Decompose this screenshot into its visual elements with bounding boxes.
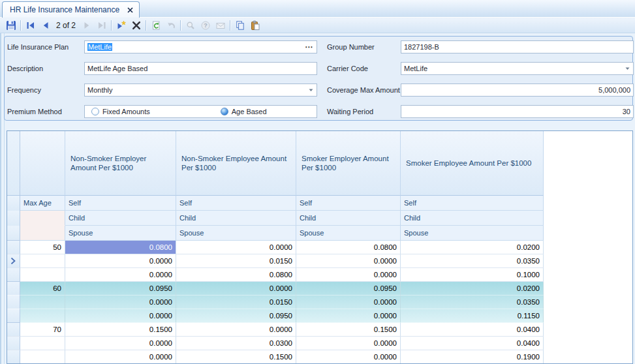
column-header[interactable]: Non-Smoker Employer Amount Per $1000 [65,131,176,196]
max-age-cell[interactable] [20,337,65,350]
grid-cell[interactable]: 0.1500 [65,323,176,337]
paste-button[interactable] [247,19,262,32]
carrier-code-value: MetLife [404,65,427,72]
last-record-icon [97,20,107,31]
grid-cell[interactable]: 0.0000 [296,268,401,282]
row-indicator-cell [7,268,20,282]
max-age-cell[interactable]: 70 [20,323,65,337]
grid-cell[interactable]: 0.0000 [65,309,176,323]
max-age-cell[interactable] [20,350,65,364]
grid-cell[interactable]: 0.0800 [65,241,176,254]
grid-cell[interactable]: 0.1900 [401,350,544,364]
max-age-cell[interactable] [20,296,65,309]
grid-cell[interactable]: 0.0000 [65,254,176,268]
grid-cell[interactable]: 0.0000 [296,350,401,364]
grid-corner-cell [7,131,20,196]
frequency-label: Frequency [7,85,41,95]
grid-cell[interactable]: 0.0000 [296,309,401,323]
grid-cell[interactable]: 0.0350 [401,296,544,309]
column-header[interactable]: Smoker Employer Amount Per $1000 [296,131,401,196]
max-age-blank-cell [20,226,65,241]
tier-label: Self [401,196,544,211]
grid-cell[interactable]: 0.0000 [296,296,401,309]
next-record-icon [82,20,92,31]
refresh-icon [151,20,161,31]
tab-hr-life-insurance-maintenance[interactable]: HR Life Insurance Maintenance [2,1,140,18]
grid-cell[interactable]: 0.0000 [176,282,296,296]
grid-cell[interactable]: 0.0200 [401,282,544,296]
column-header[interactable]: Smoker Employee Amount Per $1000 [401,131,544,196]
save-button[interactable] [3,19,18,32]
group-number-value: 1827198-B [404,43,439,51]
refresh-button[interactable] [148,19,163,32]
grid-filler [544,309,632,323]
grid-cell[interactable]: 0.0000 [176,241,296,254]
grid-cell[interactable]: 0.0000 [296,337,401,350]
lookup-ellipsis-icon[interactable]: ⋯ [305,41,313,53]
paste-icon [250,20,260,31]
previous-record-button[interactable] [38,19,53,32]
coverage-max-amount-input[interactable]: 5,000,000 [401,83,634,97]
next-record-button[interactable] [79,19,94,32]
grid-data-row: 600.09500.00000.09500.0200 [7,282,632,296]
radio-age-based[interactable] [221,108,228,115]
grid-cell[interactable]: 0.0000 [176,323,296,337]
tab-close-icon[interactable] [127,7,133,13]
row-indicator-cell [7,337,20,350]
max-age-cell[interactable] [20,309,65,323]
carrier-code-dropdown[interactable]: MetLife [401,62,634,75]
previous-record-icon [40,20,51,31]
grid-cell[interactable]: 0.0000 [65,268,176,282]
grid-cell[interactable]: 0.1000 [401,268,544,282]
grid-cell[interactable]: 0.0000 [65,337,176,350]
grid-cell[interactable]: 0.1500 [176,350,296,364]
grid-cell[interactable]: 0.0350 [401,254,544,268]
grid-cell[interactable]: 0.1500 [296,323,401,337]
column-header[interactable]: Non-Smoker Employee Amount Per $1000 [176,131,296,196]
grid-cell[interactable]: 0.0150 [176,254,296,268]
grid-filler [544,268,632,282]
age-group-60: 600.09500.00000.09500.02000.00000.01500.… [7,282,632,323]
group-number-input[interactable]: 1827198-B [401,40,634,53]
grid-cell[interactable]: 0.0950 [296,282,401,296]
grid-data-row: 0.00000.09500.00000.1150 [7,309,632,323]
last-record-button[interactable] [94,19,109,32]
grid-cell[interactable]: 0.0000 [65,350,176,364]
life-insurance-plan-input[interactable]: MetLife ⋯ [84,40,317,53]
max-age-cell[interactable]: 50 [20,241,65,254]
email-button[interactable] [213,19,228,32]
frequency-dropdown[interactable]: Monthly [84,83,317,97]
max-age-cell[interactable] [20,268,65,282]
grid-cell[interactable]: 0.0950 [65,282,176,296]
radio-fixed-amounts[interactable] [91,108,99,115]
grid-cell[interactable]: 0.0300 [176,337,296,350]
frequency-value: Monthly [87,86,113,94]
print-preview-button[interactable] [183,19,198,32]
max-age-cell[interactable]: 60 [20,282,65,296]
grid-cell[interactable]: 0.0800 [176,268,296,282]
waiting-period-input[interactable]: 30 [401,105,634,118]
grid-cell[interactable]: 0.0950 [176,309,296,323]
grid-cell[interactable]: 0.0000 [296,254,401,268]
grid-cell[interactable]: 0.0000 [65,296,176,309]
grid-filler [544,282,632,296]
delete-record-button[interactable] [129,19,144,32]
grid-cell[interactable]: 0.1150 [401,309,544,323]
first-record-button[interactable] [23,19,38,32]
grid-data-row: 0.00000.03000.00000.0400 [7,337,632,350]
new-record-button[interactable] [114,19,129,32]
max-age-cell[interactable] [20,254,65,268]
grid-cell[interactable]: 0.0800 [296,241,401,254]
copy-button[interactable] [232,19,247,32]
carrier-code-label: Carrier Code [327,64,368,73]
grid-cell[interactable]: 0.0400 [401,337,544,350]
help-button[interactable]: ? [198,19,213,32]
description-input[interactable]: MetLife Age Based [84,62,317,75]
save-icon [6,20,16,31]
grid-cell[interactable]: 0.0200 [401,241,544,254]
undo-button[interactable] [163,19,178,32]
grid-cell[interactable]: 0.0150 [176,296,296,309]
grid-cell[interactable]: 0.0400 [401,323,544,337]
grid-data-row: 0.00000.15000.00000.1900 [7,350,632,364]
tier-label: Self [65,196,176,211]
